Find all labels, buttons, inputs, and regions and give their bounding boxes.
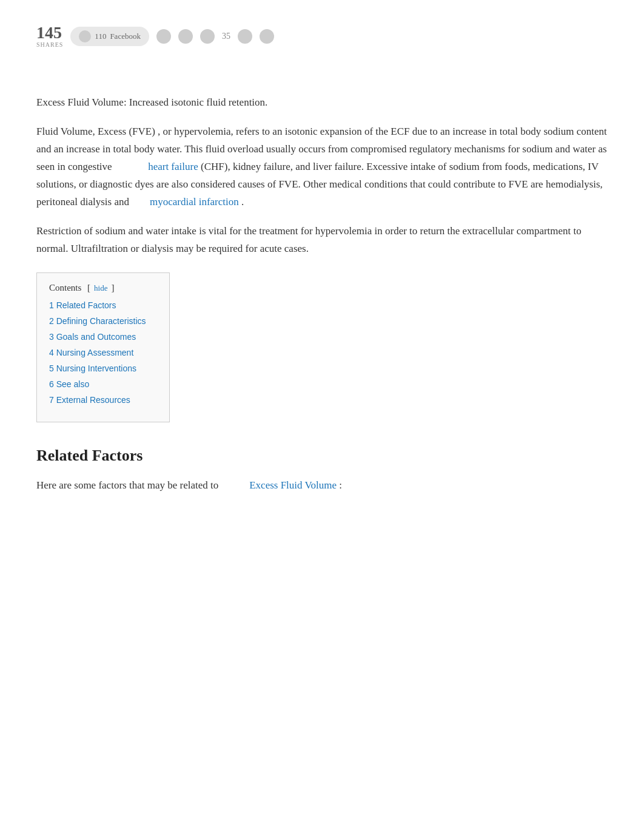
paragraph-1-mid: (CHF), kidney failure, and liver failure… [36, 161, 603, 208]
toc-item-5: 5 Nursing Interventions [49, 362, 157, 374]
toc-item-2-number: 2 [49, 316, 56, 326]
toc-item-5-number: 5 [49, 363, 56, 373]
toc-item-2: 2 Defining Characteristics [49, 315, 157, 327]
intro-start: Here are some factors that may be relate… [36, 479, 218, 491]
myocardial-infarction-link[interactable]: myocardial infarction [150, 196, 239, 208]
share-dot-5[interactable] [260, 29, 274, 44]
toc-link-nursing-assessment[interactable]: 4 Nursing Assessment [49, 348, 133, 357]
article-title-line: Excess Fluid Volume: Increased isotonic … [36, 96, 608, 109]
toc-link-see-also[interactable]: 6 See also [49, 379, 89, 389]
related-factors-section: Related Factors Here are some factors th… [36, 447, 608, 495]
toc-header: Contents [hide] [49, 283, 157, 293]
related-factors-intro: Here are some factors that may be relate… [36, 477, 608, 495]
facebook-label: Facebook [110, 32, 141, 41]
intro-end: : [339, 479, 342, 491]
toc-item-4: 4 Nursing Assessment [49, 347, 157, 359]
total-shares: 145 [36, 24, 62, 41]
toc-list: 1 Related Factors 2 Defining Characteris… [49, 299, 157, 406]
share-count: 145 SHARES [36, 24, 63, 48]
toc-link-goals-outcomes[interactable]: 3 Goals and Outcomes [49, 332, 136, 342]
article-paragraph-2: Restriction of sodium and water intake i… [36, 223, 608, 258]
facebook-share-button[interactable]: 110 Facebook [70, 27, 149, 46]
facebook-count: 110 [95, 32, 106, 41]
toc-item-2-label: Defining Characteristics [56, 316, 146, 326]
share-dot-4[interactable] [238, 29, 252, 44]
article-paragraph-1: Fluid Volume, Excess (FVE) , or hypervol… [36, 123, 608, 211]
toc-hide-link[interactable]: hide [94, 283, 107, 293]
toc-link-defining-characteristics[interactable]: 2 Defining Characteristics [49, 316, 146, 326]
excess-fluid-volume-link[interactable]: Excess Fluid Volume [249, 479, 337, 491]
toc-item-4-number: 4 [49, 348, 56, 357]
article-body: Fluid Volume, Excess (FVE) , or hypervol… [36, 123, 608, 258]
toc-item-1-label: Related Factors [56, 300, 116, 310]
toc-item-7-label: External Resources [56, 395, 130, 405]
share-count-35: 35 [222, 32, 230, 41]
toc-item-6-number: 6 [49, 379, 56, 389]
share-dot-2[interactable] [178, 29, 193, 44]
share-dot-1[interactable] [156, 29, 171, 44]
toc-item-4-label: Nursing Assessment [56, 348, 134, 357]
toc-link-nursing-interventions[interactable]: 5 Nursing Interventions [49, 363, 136, 373]
toc-item-7: 7 External Resources [49, 394, 157, 406]
related-factors-heading: Related Factors [36, 447, 608, 465]
facebook-icon [79, 30, 91, 42]
toc-item-1-number: 1 [49, 300, 56, 310]
toc-item-1: 1 Related Factors [49, 299, 157, 311]
toc-item-3-label: Goals and Outcomes [56, 332, 136, 342]
toc-item-7-number: 7 [49, 395, 56, 405]
toc-label: Contents [49, 283, 81, 293]
toc-link-external-resources[interactable]: 7 External Resources [49, 395, 130, 405]
shares-label: SHARES [36, 41, 63, 48]
toc-link-related-factors[interactable]: 1 Related Factors [49, 300, 116, 310]
share-dot-3[interactable] [200, 29, 215, 44]
paragraph-1-end: . [241, 196, 244, 208]
heart-failure-link[interactable]: heart failure [148, 161, 198, 172]
toc-item-5-label: Nursing Interventions [56, 363, 136, 373]
toc-item-6: 6 See also [49, 378, 157, 390]
toc-item-3-number: 3 [49, 332, 56, 342]
toc-item-3: 3 Goals and Outcomes [49, 331, 157, 343]
table-of-contents: Contents [hide] 1 Related Factors 2 Defi… [36, 272, 170, 422]
toc-item-6-label: See also [56, 379, 89, 389]
share-bar: 145 SHARES 110 Facebook 35 [36, 24, 608, 48]
